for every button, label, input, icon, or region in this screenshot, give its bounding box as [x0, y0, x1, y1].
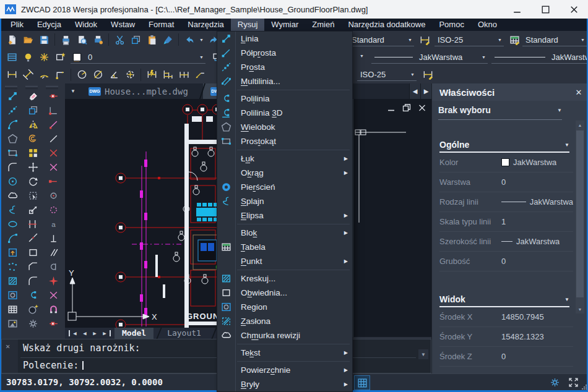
chamfer-icon[interactable]	[25, 260, 41, 274]
menu-item-pier-cie-[interactable]: Pierścień	[217, 180, 352, 194]
section-header-widok[interactable]: Widok▼	[439, 292, 569, 307]
offset-icon[interactable]	[25, 132, 41, 146]
child-restore-icon[interactable]	[402, 103, 412, 113]
construction-line-icon[interactable]	[4, 103, 20, 117]
menu-item-prosta[interactable]: Prosta	[217, 60, 352, 74]
menu-item-region[interactable]: Region	[217, 300, 352, 314]
menu-item-p-prosta[interactable]: Półprosta	[217, 46, 352, 60]
menu-format[interactable]: Format	[142, 19, 181, 31]
dim-quick-icon[interactable]	[144, 67, 160, 82]
menu-rysuj[interactable]: Rysuj	[231, 19, 265, 31]
dim-style-icon[interactable]	[417, 32, 433, 47]
text-small-icon[interactable]: a	[45, 217, 61, 231]
rectangle-icon[interactable]	[4, 146, 20, 160]
magnet-icon[interactable]	[45, 302, 61, 317]
image-icon[interactable]	[4, 317, 20, 331]
dim-center-icon[interactable]	[122, 67, 138, 82]
second-drawing-window[interactable]	[353, 99, 432, 337]
property-row[interactable]: KolorJakWarstwa	[439, 153, 573, 173]
point-line-icon[interactable]	[45, 317, 61, 331]
insert-block-icon[interactable]	[4, 245, 20, 260]
menu-item-elipsa[interactable]: Elipsa▶	[217, 208, 352, 223]
close-button[interactable]	[560, 0, 588, 19]
scroll-down-icon[interactable]: ▼	[576, 305, 584, 313]
cross-pink-icon[interactable]	[45, 288, 61, 302]
cross-red-icon[interactable]	[45, 146, 61, 160]
menu-widok[interactable]: Widok	[68, 19, 104, 31]
move-icon[interactable]	[25, 160, 41, 174]
menu-item-zas-ona[interactable]: Zasłona	[217, 314, 352, 328]
fillet-icon[interactable]	[4, 160, 20, 174]
menu-narz-dzia-dodatkowe[interactable]: Narzędzia dodatkowe	[341, 19, 432, 31]
menu-item-bry-y[interactable]: Bryły▶	[217, 377, 352, 391]
prev-tab-icon[interactable]: ◀	[80, 330, 90, 336]
dim-leader-icon[interactable]	[192, 67, 208, 82]
maximize-button[interactable]	[531, 0, 560, 19]
menu-item-chmurka-rewizji[interactable]: Chmurka rewizji	[217, 328, 352, 343]
scroll-thumb[interactable]	[576, 130, 584, 297]
menu-item-polilinia-3d[interactable]: Polilinia 3D	[217, 106, 352, 120]
text-style-combo[interactable]: Standard▼	[348, 33, 414, 46]
property-row[interactable]: Szerokość liniiJakWarstwa	[439, 232, 573, 252]
layer-on-icon[interactable]	[20, 49, 36, 64]
line-icon[interactable]	[4, 89, 20, 103]
rotate-icon[interactable]	[25, 174, 41, 189]
menu-item-multilinia-[interactable]: Multilinia...	[217, 74, 352, 88]
explode-icon[interactable]	[25, 302, 41, 317]
undo-icon[interactable]	[181, 32, 197, 47]
eraser-icon[interactable]	[25, 89, 41, 103]
property-row[interactable]: Warstwa0	[439, 173, 573, 192]
child-minimize-icon[interactable]	[386, 103, 396, 113]
diagonal-icon[interactable]	[45, 132, 61, 146]
menu-item-splajn[interactable]: Splajn	[217, 194, 352, 208]
property-row[interactable]: Grubość0	[439, 252, 573, 271]
properties-header[interactable]: Właściwości ✕	[432, 83, 587, 101]
trim-icon[interactable]	[25, 217, 41, 231]
fullscreen-icon[interactable]	[566, 375, 581, 389]
last-tab-icon[interactable]: ▶	[100, 330, 111, 336]
lineweight-combo[interactable]: JakWarstwa	[491, 51, 587, 64]
menu-item-prostok-t[interactable]: Prostokąt	[217, 134, 352, 148]
fillet-icon[interactable]	[25, 274, 41, 288]
property-row[interactable]: Skala typu linii1	[439, 212, 573, 232]
point-corner-icon[interactable]	[45, 103, 61, 117]
polyline-icon[interactable]	[25, 288, 41, 302]
menu-item-okr-g[interactable]: Okrąg▶	[217, 166, 352, 180]
dropdown-caret-icon[interactable]: ▼	[197, 38, 205, 42]
mirror-icon[interactable]	[25, 117, 41, 132]
cut-icon[interactable]	[111, 32, 128, 47]
region-icon[interactable]	[4, 288, 20, 302]
copy-icon[interactable]	[25, 103, 41, 117]
menu-item-tabela[interactable]: Tabela	[217, 240, 352, 254]
property-row[interactable]: Wysokość30785.7026	[439, 367, 573, 373]
section-collapse-icon[interactable]: ▼	[564, 142, 569, 148]
dim-linear-icon[interactable]	[4, 67, 20, 82]
command-close-icon[interactable]: ✕	[6, 342, 10, 351]
dim-update-icon[interactable]	[420, 67, 436, 82]
array-icon[interactable]	[25, 146, 41, 160]
menu-okno[interactable]: Okno	[471, 19, 504, 31]
print-preview-icon[interactable]	[74, 32, 90, 47]
linetype-combo[interactable]: JakWarstwa▼	[371, 51, 488, 64]
cross-pink-icon[interactable]	[45, 160, 61, 174]
section-collapse-icon[interactable]: ▼	[564, 297, 569, 302]
menu-item-blok[interactable]: Blok▶	[217, 226, 352, 240]
ellipse-icon[interactable]	[4, 217, 20, 231]
property-row[interactable]: Środek X14850.7945	[439, 307, 573, 327]
menu-plik[interactable]: Plik	[4, 19, 30, 31]
parallel-icon[interactable]	[45, 245, 61, 260]
tab-list-dropdown-icon[interactable]: ▼	[65, 88, 81, 94]
layout-tab-layout1[interactable]: Layout1	[160, 328, 209, 339]
settings-gear-icon[interactable]	[547, 375, 562, 389]
menu-item-obwiednia-[interactable]: Obwiednia...	[217, 286, 352, 300]
arc-3p-icon[interactable]	[4, 231, 20, 245]
paste-icon[interactable]	[144, 32, 160, 47]
open-file-icon[interactable]	[20, 32, 36, 47]
dim-radius-icon[interactable]	[74, 67, 90, 82]
menu-item-wielobok[interactable]: Wielobok	[217, 120, 352, 134]
layers-icon[interactable]	[4, 49, 20, 64]
table-style-combo[interactable]: Standard▼	[522, 33, 587, 46]
scroll-up-icon[interactable]: ▲	[576, 121, 584, 129]
grid-active-icon[interactable]	[354, 375, 370, 390]
dim-style-combo[interactable]: ISO-25▼	[435, 33, 504, 46]
